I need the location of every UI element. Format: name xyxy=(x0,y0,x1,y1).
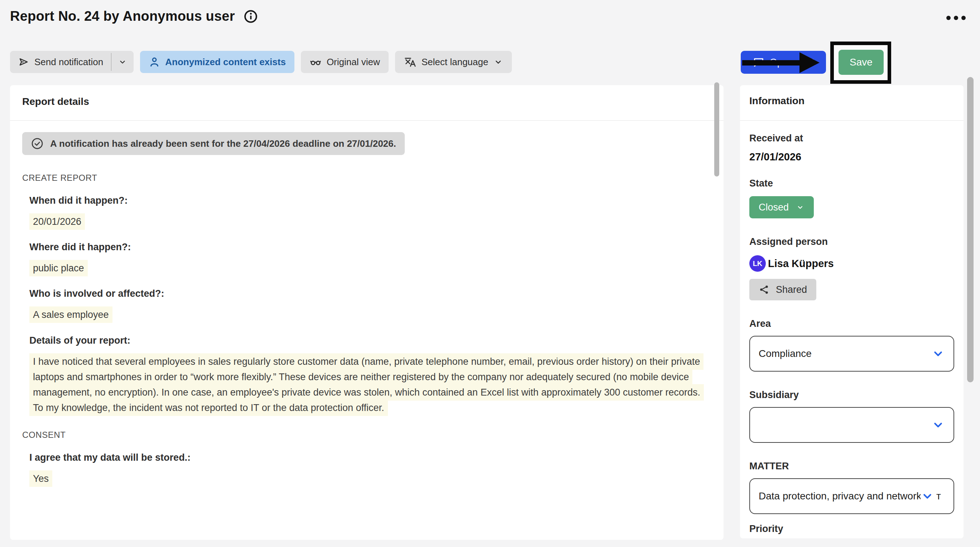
subsidiary-label: Subsidiary xyxy=(749,390,954,401)
priority-label: Priority xyxy=(749,523,954,534)
ellipsis-icon xyxy=(954,16,958,20)
matter-label: MATTER xyxy=(749,461,954,472)
matter-value-overflow: т xyxy=(936,490,941,502)
question-label: Where did it happen?: xyxy=(29,242,711,253)
section-consent: CONSENT xyxy=(22,430,711,440)
original-view-label: Original view xyxy=(327,57,380,68)
save-label: Save xyxy=(850,57,873,68)
translate-icon xyxy=(404,55,417,68)
toolbar: Send notification Anonymized content exi… xyxy=(10,51,512,73)
area-dropdown[interactable]: Compliance xyxy=(749,336,954,372)
question-value: public place xyxy=(29,261,711,276)
chevron-down-icon xyxy=(921,489,934,503)
chevron-down-icon xyxy=(931,418,945,432)
subsidiary-dropdown[interactable] xyxy=(749,407,954,443)
glasses-icon xyxy=(309,56,321,68)
received-at-label: Received at xyxy=(749,133,954,144)
page-header: Report No. 24 by Anonymous user xyxy=(10,9,258,24)
area-value: Compliance xyxy=(759,348,931,360)
state-value: Closed xyxy=(759,202,789,213)
information-panel: Information Received at 27/01/2026 State… xyxy=(740,85,964,538)
question-value: I have noticed that several employees in… xyxy=(29,354,710,416)
state-dropdown-button[interactable]: Closed xyxy=(749,196,814,218)
save-button[interactable]: Save xyxy=(838,50,884,75)
window-scrollbar[interactable] xyxy=(967,77,974,382)
ellipsis-icon xyxy=(961,16,966,20)
matter-dropdown[interactable]: Data protection, privacy and network / I… xyxy=(749,478,954,514)
share-icon xyxy=(759,284,769,295)
check-circle-icon xyxy=(31,137,44,150)
annotation-arrow xyxy=(742,60,800,65)
report-fields: When did it happen?: 20/01/2026 Where di… xyxy=(29,195,711,415)
divider xyxy=(10,120,724,120)
information-heading: Information xyxy=(749,95,954,107)
question-value: 20/01/2026 xyxy=(29,214,711,230)
person-icon xyxy=(149,56,160,68)
assigned-person-label: Assigned person xyxy=(749,236,954,247)
anonymized-content-chip[interactable]: Anonymized content exists xyxy=(140,51,294,73)
report-details-panel: Report details A notification has alread… xyxy=(10,85,724,540)
send-notification-label: Send notification xyxy=(34,57,103,68)
banner-text: A notification has already been sent for… xyxy=(50,138,396,149)
question-value: A sales employee xyxy=(29,307,711,323)
question-label: When did it happen?: xyxy=(29,195,711,206)
report-details-heading: Report details xyxy=(22,96,711,108)
question-label: Who is involved or affected?: xyxy=(29,288,711,299)
send-notification-button[interactable]: Send notification xyxy=(10,51,111,73)
chevron-down-icon xyxy=(796,203,805,212)
original-view-button[interactable]: Original view xyxy=(301,51,389,73)
matter-value: Data protection, privacy and network / I… xyxy=(759,490,921,502)
state-label: State xyxy=(749,178,954,189)
page-title: Report No. 24 by Anonymous user xyxy=(10,9,235,24)
more-options-button[interactable] xyxy=(946,16,966,20)
consent-fields: I agree that my data will be stored.: Ye… xyxy=(29,452,711,487)
chevron-down-icon xyxy=(931,347,945,360)
divider xyxy=(740,120,964,120)
question-value: Yes xyxy=(29,471,711,487)
shared-button[interactable]: Shared xyxy=(749,279,816,300)
send-notification-dropdown-toggle[interactable] xyxy=(111,51,134,73)
main-panel-scrollbar[interactable] xyxy=(714,82,719,176)
question-label: I agree that my data will be stored.: xyxy=(29,452,711,463)
notification-sent-banner: A notification has already been sent for… xyxy=(22,132,405,155)
assignee-row: LK Lisa Küppers xyxy=(749,255,954,272)
assignee-name: Lisa Küppers xyxy=(768,258,834,270)
annotation-arrow-head xyxy=(799,52,819,73)
shared-label: Shared xyxy=(776,284,807,295)
chevron-down-icon xyxy=(493,57,503,67)
select-language-button[interactable]: Select language xyxy=(395,51,512,73)
send-notification-split-button: Send notification xyxy=(10,51,134,73)
send-icon xyxy=(18,56,29,68)
question-label: Details of your report: xyxy=(29,335,711,346)
section-create-report: CREATE REPORT xyxy=(22,173,711,183)
ellipsis-icon xyxy=(946,16,951,20)
area-label: Area xyxy=(749,318,954,329)
anonymized-chip-label: Anonymized content exists xyxy=(165,57,286,68)
received-at-value: 27/01/2026 xyxy=(749,151,954,163)
chevron-down-icon xyxy=(118,57,127,67)
select-language-label: Select language xyxy=(422,57,488,68)
info-icon[interactable] xyxy=(243,9,258,24)
assignee-avatar: LK xyxy=(749,255,766,272)
